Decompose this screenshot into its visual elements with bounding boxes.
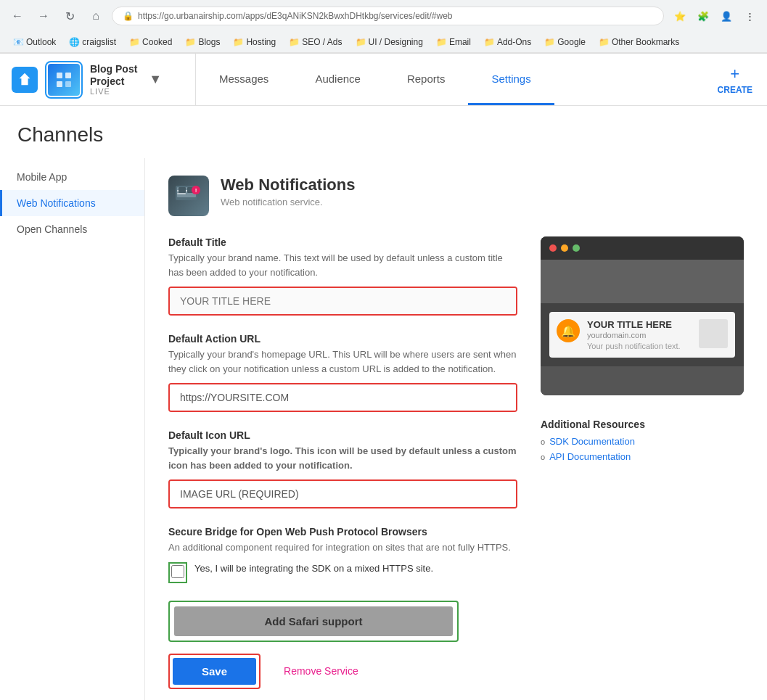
preview-header (541, 236, 744, 260)
additional-resources: Additional Resources SDK Documentation A… (541, 419, 744, 466)
airship-svg (17, 72, 33, 88)
craigslist-icon: 🌐 (69, 37, 80, 47)
folder-icon-email: 📁 (436, 37, 447, 47)
secure-bridge-desc: An additional component required for int… (168, 540, 517, 555)
checkbox-label: Yes, I will be integrating the SDK on a … (194, 562, 433, 575)
checkbox-row: Yes, I will be integrating the SDK on a … (168, 562, 517, 583)
project-dropdown-arrow[interactable]: ▼ (149, 72, 162, 87)
add-safari-wrapper: Add Safari support (168, 601, 459, 642)
bookmark-email[interactable]: 📁 Email (430, 35, 477, 49)
project-live-badge: LIVE (90, 87, 137, 96)
resources-title: Additional Resources (541, 419, 744, 430)
url-text: https://go.urbanairship.com/apps/dE3qANi… (138, 11, 453, 21)
bookmark-blogs[interactable]: 📁 Blogs (179, 35, 226, 49)
extensions-button[interactable]: 🧩 (693, 6, 713, 26)
star-button[interactable]: ⭐ (670, 6, 690, 26)
default-icon-url-desc: Typically your brand's logo. This icon w… (168, 444, 517, 472)
main-content: ! Web Notifications Web notification ser… (145, 158, 767, 700)
default-icon-url-section: Default Icon URL Typically your brand's … (168, 429, 517, 508)
bookmark-addons[interactable]: 📁 Add-Ons (478, 35, 537, 49)
browser-chrome: ← → ↻ ⌂ 🔒 https://go.urbanairship.com/ap… (0, 0, 767, 54)
default-title-label: Default Title (168, 236, 517, 248)
project-name-block: Blog Post Project LIVE (90, 63, 137, 96)
sdk-documentation-link[interactable]: SDK Documentation (549, 436, 635, 447)
app-header: Blog Post Project LIVE ▼ Messages Audien… (0, 54, 767, 106)
default-icon-url-label: Default Icon URL (168, 429, 517, 441)
default-icon-url-input[interactable] (170, 481, 516, 507)
sidebar-item-mobile-app[interactable]: Mobile App (0, 164, 144, 190)
remove-service-link[interactable]: Remove Service (284, 665, 358, 677)
sidebar: Mobile App Web Notifications Open Channe… (0, 158, 145, 700)
bookmark-google[interactable]: 📁 Google (538, 35, 591, 49)
nav-audience[interactable]: Audience (292, 54, 384, 105)
secure-bridge-label: Secure Bridge for Open Web Push Protocol… (168, 526, 517, 538)
default-title-desc: Typically your brand name. This text wil… (168, 251, 517, 279)
project-logo-box[interactable] (45, 61, 83, 99)
api-documentation-link[interactable]: API Documentation (549, 451, 631, 462)
secure-bridge-checkbox[interactable] (171, 565, 184, 578)
app-brand-icon (12, 67, 38, 93)
notification-text: Your push notification text. (587, 342, 692, 350)
icon-url-border (168, 479, 517, 508)
add-safari-button[interactable]: Add Safari support (174, 606, 453, 636)
folder-icon-blogs: 📁 (185, 37, 196, 47)
notification-domain: yourdomain.com (587, 331, 692, 339)
sidebar-item-web-notifications[interactable]: Web Notifications (0, 190, 144, 216)
icon-url-input-wrapper (168, 479, 517, 508)
action-url-input-wrapper (168, 383, 517, 412)
notification-title: YOUR TITLE HERE (587, 319, 692, 330)
save-row: Save Remove Service (168, 654, 517, 689)
sidebar-item-open-channels[interactable]: Open Channels (0, 216, 144, 242)
address-bar[interactable]: 🔒 https://go.urbanairship.com/apps/dE3qA… (112, 7, 664, 25)
notification-icon: 🔔 (557, 319, 580, 342)
bookmark-other[interactable]: 📁 Other Bookmarks (593, 35, 685, 49)
save-button-wrapper: Save (168, 654, 261, 689)
menu-button[interactable]: ⋮ (739, 6, 760, 26)
outlook-icon: 📧 (13, 37, 24, 47)
resources-list: SDK Documentation API Documentation (541, 436, 744, 462)
save-button[interactable]: Save (173, 658, 256, 685)
notification-body: YOUR TITLE HERE yourdomain.com Your push… (587, 319, 692, 350)
bookmark-cooked[interactable]: 📁 Cooked (123, 35, 178, 49)
back-button[interactable]: ← (7, 6, 28, 26)
bookmark-craigslist[interactable]: 🌐 craigslist (63, 35, 122, 49)
service-info: Web Notifications Web notification servi… (221, 176, 355, 207)
default-action-url-section: Default Action URL Typically your brand'… (168, 333, 517, 412)
default-title-input[interactable] (170, 288, 516, 314)
home-button[interactable]: ⌂ (86, 6, 106, 26)
folder-icon: 📁 (129, 37, 140, 47)
title-input-border (168, 287, 517, 316)
content-layout: Mobile App Web Notifications Open Channe… (0, 158, 767, 700)
plus-icon: + (730, 65, 739, 83)
bookmark-seo[interactable]: 📁 SEO / Ads (283, 35, 348, 49)
create-button[interactable]: + CREATE (718, 65, 752, 95)
app-logo-section: Blog Post Project LIVE ▼ (0, 54, 196, 105)
preview-resources-col: 🔔 YOUR TITLE HERE yourdomain.com Your pu… (541, 236, 744, 466)
svg-rect-0 (57, 73, 62, 78)
default-title-input-wrapper (168, 287, 517, 316)
resource-api: API Documentation (541, 451, 744, 462)
project-logo-inner (48, 64, 80, 96)
nav-settings[interactable]: Settings (468, 54, 554, 105)
forward-button[interactable]: → (33, 6, 54, 26)
page-content: Channels Mobile App Web Notifications Op… (0, 106, 767, 700)
app-nav: Messages Audience Reports Settings (196, 54, 703, 105)
bookmark-outlook[interactable]: 📧 Outlook (7, 35, 62, 49)
folder-icon-other: 📁 (599, 37, 610, 47)
profile-button[interactable]: 👤 (716, 6, 737, 26)
default-action-url-desc: Typically your brand's homepage URL. Thi… (168, 347, 517, 376)
preview-browser-bar (541, 260, 744, 303)
nav-messages[interactable]: Messages (196, 54, 292, 105)
bookmark-ui[interactable]: 📁 UI / Designing (350, 35, 429, 49)
notification-image (699, 319, 728, 348)
reload-button[interactable]: ↻ (60, 6, 80, 26)
preview-notification: 🔔 YOUR TITLE HERE yourdomain.com Your pu… (549, 312, 735, 358)
service-title: Web Notifications (221, 176, 355, 194)
lock-icon: 🔒 (123, 11, 134, 21)
svg-text:!: ! (195, 187, 197, 194)
bookmark-hosting[interactable]: 📁 Hosting (227, 35, 282, 49)
folder-icon-google: 📁 (544, 37, 555, 47)
browser-toolbar: ← → ↻ ⌂ 🔒 https://go.urbanairship.com/ap… (0, 0, 767, 32)
nav-reports[interactable]: Reports (384, 54, 469, 105)
default-action-url-input[interactable] (170, 384, 516, 411)
